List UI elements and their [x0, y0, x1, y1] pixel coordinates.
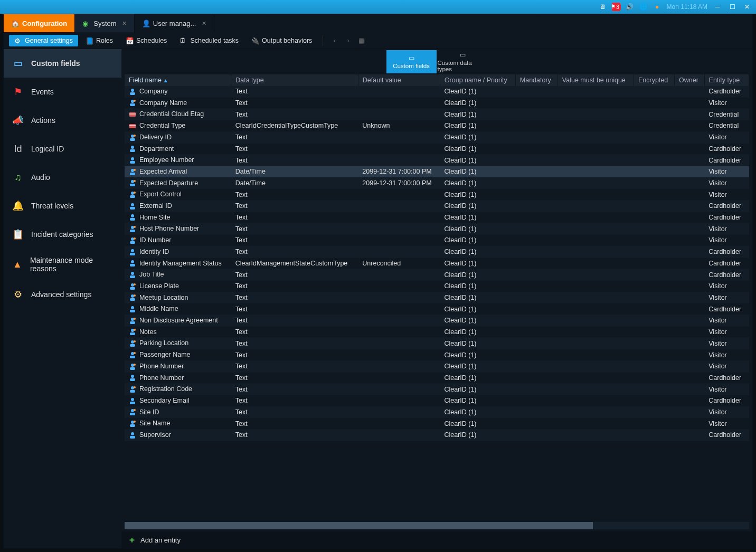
- col-encrypted[interactable]: Encrypted: [634, 74, 675, 86]
- col-owner[interactable]: Owner: [675, 74, 705, 86]
- table-row[interactable]: CompanyTextClearID (1)Cardholder: [125, 86, 749, 97]
- output-icon: 🔌: [251, 37, 259, 44]
- subtab-custom-fields[interactable]: ▭Custom fields: [386, 50, 437, 73]
- cell: [515, 155, 557, 166]
- add-entity-icon[interactable]: ＋: [128, 535, 136, 546]
- nav-label: Threat levels: [31, 202, 73, 210]
- table-row[interactable]: Registration CodeTextClearID (1)Visitor: [125, 384, 749, 395]
- tray-dot-icon[interactable]: ●: [653, 3, 662, 11]
- cell: [634, 292, 675, 303]
- cell: ClearID (1): [440, 349, 515, 361]
- ribbon-scheduled-tasks[interactable]: 🗓Scheduled tasks: [174, 35, 244, 46]
- ribbon-general-settings[interactable]: ⚙General settings: [9, 35, 78, 46]
- main-content: ▭Custom fields▭Custom data types Field n…: [121, 49, 752, 548]
- table-row[interactable]: Parking LocationTextClearID (1)Visitor: [125, 338, 749, 349]
- nav-back-button[interactable]: ‹: [328, 36, 340, 44]
- alarm-icon: 🔔: [11, 199, 25, 213]
- ribbon-schedules[interactable]: 📅Schedules: [120, 35, 172, 46]
- col-data-type[interactable]: Data type: [231, 74, 358, 86]
- cell: Site Name: [125, 418, 231, 430]
- cell: [634, 177, 675, 189]
- add-entity-label[interactable]: Add an entity: [140, 536, 181, 544]
- tray-volume-icon[interactable]: 🔊: [626, 3, 634, 11]
- tray-globe-icon[interactable]: 🌐: [639, 3, 648, 11]
- col-field-name[interactable]: Field name▲: [125, 74, 231, 86]
- col-mandatory[interactable]: Mandatory: [515, 74, 557, 86]
- nav-forward-button[interactable]: ›: [342, 36, 354, 44]
- nav-advanced-settings[interactable]: ⚙Advanced settings: [4, 280, 121, 309]
- minimize-button[interactable]: ─: [713, 2, 722, 12]
- person-icon: [129, 306, 136, 313]
- close-tab-icon[interactable]: ×: [122, 19, 127, 27]
- table-row[interactable]: Meetup LocationTextClearID (1)Visitor: [125, 292, 749, 303]
- table-row[interactable]: SupervisorTextClearID (1)Cardholder: [125, 430, 749, 441]
- cell: [557, 338, 634, 349]
- table-row[interactable]: Passenger NameTextClearID (1)Visitor: [125, 349, 749, 361]
- table-row[interactable]: Host Phone NumberTextClearID (1)Visitor: [125, 223, 749, 235]
- nav-events[interactable]: ⚑Events: [4, 78, 121, 106]
- table-row[interactable]: Employee NumberTextClearID (1)Cardholder: [125, 155, 749, 166]
- cell: ClearID (1): [440, 326, 515, 338]
- table-row[interactable]: Site IDTextClearID (1)Visitor: [125, 406, 749, 418]
- table-row[interactable]: Delivery IDTextClearID (1)Visitor: [125, 131, 749, 143]
- tray-devices-icon[interactable]: 🖥: [598, 3, 607, 11]
- table-row[interactable]: ID NumberTextClearID (1)Visitor: [125, 235, 749, 246]
- table-row[interactable]: NotesTextClearID (1)Visitor: [125, 326, 749, 338]
- table-row[interactable]: Secondary EmailTextClearID (1)Cardholder: [125, 395, 749, 406]
- col-entity-type[interactable]: Entity type: [704, 74, 749, 86]
- table-row[interactable]: Export ControlTextClearID (1)Visitor: [125, 189, 749, 201]
- ribbon-output-behaviors[interactable]: 🔌Output behaviors: [246, 35, 317, 46]
- tab-label: System: [93, 20, 116, 27]
- col-value-must-be-unique[interactable]: Value must be unique: [557, 74, 634, 86]
- ribbon-roles[interactable]: 📘Roles: [80, 35, 118, 46]
- nav-actions[interactable]: 📣Actions: [4, 106, 121, 135]
- cell: [634, 201, 675, 212]
- nav-audio[interactable]: ♫Audio: [4, 163, 121, 192]
- table-row[interactable]: Phone NumberTextClearID (1)Visitor: [125, 360, 749, 372]
- table-row[interactable]: Identity IDTextClearID (1)Cardholder: [125, 246, 749, 258]
- tab-user-manag-[interactable]: 👤User manag...×: [135, 14, 214, 32]
- cell: [557, 177, 634, 189]
- svg-rect-38: [130, 264, 135, 267]
- table-row[interactable]: External IDTextClearID (1)Cardholder: [125, 201, 749, 212]
- table-row[interactable]: License PlateTextClearID (1)Visitor: [125, 280, 749, 292]
- horizontal-scrollbar[interactable]: [125, 522, 749, 529]
- tray-alert-icon[interactable]: ⚑3: [612, 3, 620, 11]
- col-default-value[interactable]: Default value: [358, 74, 440, 86]
- cell: ClearID (1): [440, 155, 515, 166]
- nav-logical-id[interactable]: IdLogical ID: [4, 135, 121, 163]
- nav-custom-fields[interactable]: ▭Custom fields: [4, 49, 121, 78]
- close-tab-icon[interactable]: ×: [202, 19, 206, 27]
- svg-rect-53: [130, 332, 135, 335]
- table-row[interactable]: Phone NumberTextClearID (1)Cardholder: [125, 372, 749, 384]
- col-group-name-priority[interactable]: Group name / Priority: [440, 74, 515, 86]
- close-window-button[interactable]: ✕: [742, 2, 752, 12]
- table-row[interactable]: Credential Cloud EtagTextClearID (1)Cred…: [125, 109, 749, 120]
- table-row[interactable]: DepartmentTextClearID (1)Cardholder: [125, 143, 749, 155]
- tab-system[interactable]: ◉System×: [75, 14, 135, 32]
- cell: ClearID (1): [440, 97, 515, 109]
- table-row[interactable]: Home SiteTextClearID (1)Cardholder: [125, 212, 749, 223]
- table-row[interactable]: Middle NameTextClearID (1)Cardholder: [125, 303, 749, 315]
- table-row[interactable]: Expected DepartureDate/Time2099-12-31 7:…: [125, 177, 749, 189]
- table-row[interactable]: Credential TypeClearIdCredentialTypeCust…: [125, 120, 749, 132]
- tab-configuration[interactable]: 🏠Configuration: [4, 14, 75, 32]
- table-row[interactable]: Identity Management StatusClearIdManagem…: [125, 258, 749, 269]
- cell: Visitor: [704, 97, 749, 109]
- cell: [675, 109, 705, 120]
- subtab-custom-data-types[interactable]: ▭Custom data types: [438, 50, 488, 73]
- table-row[interactable]: Company NameTextClearID (1)Visitor: [125, 97, 749, 109]
- visitor-icon: [129, 386, 136, 393]
- nav-maintenance-mode-reasons[interactable]: ▲Maintenance mode reasons: [4, 249, 121, 280]
- cell: [515, 280, 557, 292]
- nav-more-button[interactable]: ▦: [356, 36, 367, 44]
- nav-threat-levels[interactable]: 🔔Threat levels: [4, 192, 121, 220]
- table-row[interactable]: Non Disclosure AgreementTextClearID (1)V…: [125, 315, 749, 327]
- nav-incident-categories[interactable]: 📋Incident categories: [4, 220, 121, 249]
- table-row[interactable]: Expected ArrivalDate/Time2099-12-31 7:00…: [125, 166, 749, 177]
- custom-fields-table-wrap[interactable]: Field name▲Data typeDefault valueGroup n…: [125, 74, 749, 522]
- table-row[interactable]: Site NameTextClearID (1)Visitor: [125, 418, 749, 430]
- table-row[interactable]: Job TitleTextClearID (1)Cardholder: [125, 269, 749, 281]
- cell: ClearID (1): [440, 406, 515, 418]
- maximize-button[interactable]: ☐: [727, 2, 737, 12]
